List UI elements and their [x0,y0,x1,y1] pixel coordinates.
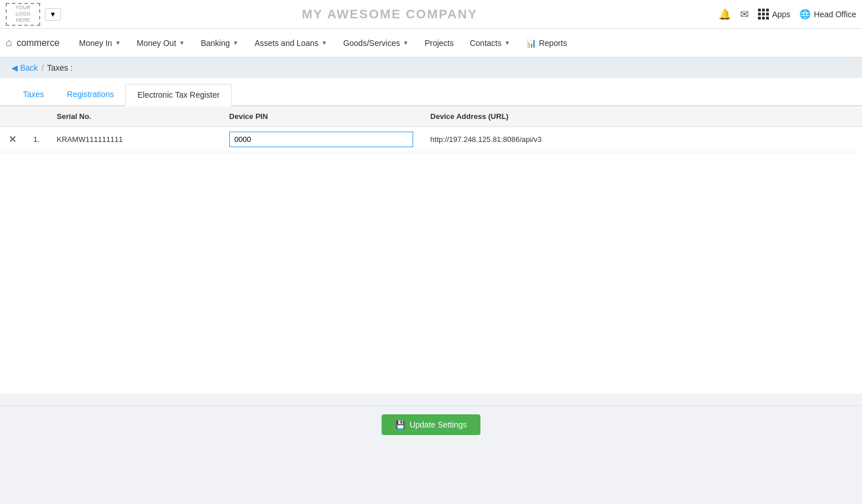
nav-item-goods-services[interactable]: Goods/Services ▼ [335,29,417,57]
money-out-label: Money Out [137,39,176,48]
breadcrumb-current: Taxes : [47,63,72,72]
col-header-serial: Serial No. [48,106,221,127]
table-wrapper: Serial No. Device PIN Device Address (UR… [0,106,862,394]
top-bar: YOURLOGOHERE ▼ MY AWESOME COMPANY 🔔 ✉ Ap… [0,0,862,29]
logo: YOURLOGOHERE [6,3,40,26]
top-right-actions: 🔔 ✉ Apps 🌐 Head Office [718,8,856,21]
breadcrumb-separator: / [41,63,44,72]
home-icon: ⌂ [6,37,12,49]
dropdown-button[interactable]: ▼ [45,8,61,21]
head-office-button[interactable]: 🌐 Head Office [799,9,856,20]
device-pin-cell[interactable] [221,127,422,152]
delete-row-button[interactable]: ✕ [9,134,16,144]
money-in-chevron: ▼ [115,40,121,46]
etr-table: Serial No. Device PIN Device Address (UR… [0,106,862,152]
goods-services-chevron: ▼ [403,40,409,46]
main-content: Taxes Registrations Electronic Tax Regis… [0,78,862,394]
nav-item-assets-loans[interactable]: Assets and Loans ▼ [247,29,335,57]
serial-no-cell: KRAMW111111111 [48,127,221,152]
reports-label: Reports [539,39,567,48]
delete-cell: ✕ [0,127,25,152]
serial-no-value: KRAMW111111111 [57,135,123,144]
banking-chevron: ▼ [233,40,238,46]
update-settings-icon: 💾 [395,420,405,429]
nav-item-projects[interactable]: Projects [417,29,462,57]
tab-registrations-label: Registrations [67,90,114,99]
nav-item-money-out[interactable]: Money Out ▼ [129,29,193,57]
content-area: Serial No. Device PIN Device Address (UR… [0,106,862,394]
back-arrow-icon: ◀ [11,63,18,72]
contacts-chevron: ▼ [505,40,510,46]
table-header-row: Serial No. Device PIN Device Address (UR… [0,106,862,127]
globe-icon: 🌐 [799,9,811,20]
contacts-label: Contacts [470,39,501,48]
row-num-cell: 1. [25,127,48,152]
table-row: ✕ 1. KRAMW111111111 http://197.248.125. [0,127,862,152]
apps-button[interactable]: Apps [758,9,790,20]
breadcrumb: ◀ Back / Taxes : [0,57,862,78]
money-in-label: Money In [79,39,113,48]
assets-loans-label: Assets and Loans [255,39,318,48]
projects-label: Projects [425,39,454,48]
col-header-pin: Device PIN [221,106,422,127]
nav-home[interactable]: ⌂ commerce [6,37,60,49]
nav-item-reports[interactable]: 📊 Reports [518,29,575,57]
col-header-address: Device Address (URL) [422,106,862,127]
nav-bar: ⌂ commerce Money In ▼ Money Out ▼ Bankin… [0,29,862,57]
tab-electronic-tax-register[interactable]: Electronic Tax Register [125,84,232,106]
footer-bar: 💾 Update Settings [0,405,862,444]
money-out-chevron: ▼ [179,40,185,46]
tab-taxes[interactable]: Taxes [11,84,56,106]
assets-loans-chevron: ▼ [321,40,327,46]
device-pin-input[interactable] [229,132,413,147]
update-settings-button[interactable]: 💾 Update Settings [382,414,481,435]
bell-icon[interactable]: 🔔 [718,8,731,21]
reports-chart-icon: 📊 [526,39,536,48]
apps-label: Apps [772,10,790,19]
row-number: 1. [33,135,40,144]
tabs: Taxes Registrations Electronic Tax Regis… [0,78,862,106]
back-label: Back [20,63,38,72]
apps-grid-icon [758,9,769,20]
goods-services-label: Goods/Services [343,39,400,48]
tab-etr-label: Electronic Tax Register [137,90,220,99]
company-title: MY AWESOME COMPANY [61,7,719,22]
nav-item-contacts[interactable]: Contacts ▼ [461,29,518,57]
device-address-cell: http://197.248.125.81:8086/api/v3 [422,127,862,152]
update-settings-label: Update Settings [410,420,467,429]
nav-item-banking[interactable]: Banking ▼ [193,29,247,57]
tab-taxes-label: Taxes [23,90,44,99]
commerce-label: commerce [17,38,60,48]
col-header-num [25,106,48,127]
nav-item-money-in[interactable]: Money In ▼ [71,29,129,57]
tab-registrations[interactable]: Registrations [56,84,126,106]
back-link[interactable]: ◀ Back [11,63,38,72]
col-header-delete [0,106,25,127]
head-office-label: Head Office [814,10,856,19]
banking-label: Banking [201,39,230,48]
mail-icon[interactable]: ✉ [740,8,749,21]
device-address-value: http://197.248.125.81:8086/api/v3 [430,135,542,144]
